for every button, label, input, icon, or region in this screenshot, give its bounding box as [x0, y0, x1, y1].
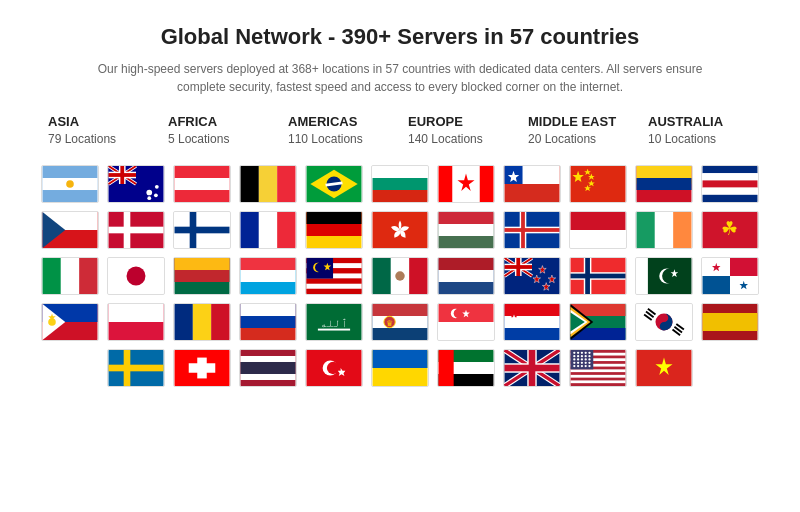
flag-brazil — [305, 165, 363, 203]
flag-turkey — [305, 349, 363, 387]
flag-singapore — [437, 303, 495, 341]
svg-point-252 — [581, 365, 583, 367]
svg-rect-228 — [571, 380, 626, 383]
svg-rect-212 — [439, 350, 454, 386]
region-americas: AMERICAS 110 Locations — [280, 114, 400, 147]
svg-rect-132 — [571, 274, 626, 279]
svg-rect-133 — [637, 258, 648, 294]
flag-norway — [569, 257, 627, 295]
svg-point-253 — [585, 365, 587, 367]
region-africa: AFRICA 5 Locations — [160, 114, 280, 147]
svg-point-241 — [577, 358, 579, 360]
svg-point-88 — [127, 267, 146, 286]
svg-rect-66 — [307, 212, 362, 224]
svg-rect-80 — [655, 212, 673, 248]
flag-italy — [41, 257, 99, 295]
svg-point-239 — [588, 355, 590, 357]
svg-rect-71 — [439, 212, 494, 224]
region-loc-americas: 110 Locations — [288, 132, 363, 146]
flag-serbia: ♛ — [371, 303, 429, 341]
flag-ukraine — [371, 349, 429, 387]
svg-rect-78 — [571, 212, 626, 230]
svg-point-236 — [577, 355, 579, 357]
flag-lithuania — [173, 257, 231, 295]
svg-point-251 — [577, 365, 579, 367]
flag-ireland — [635, 211, 693, 249]
region-loc-europe: 140 Locations — [408, 132, 483, 146]
svg-rect-113 — [439, 258, 494, 270]
svg-rect-141 — [730, 258, 757, 276]
region-name-africa: AFRICA — [168, 114, 272, 129]
svg-rect-226 — [571, 369, 626, 372]
svg-text:ٱلله: ٱلله — [320, 317, 348, 329]
flags-grid: ☘ — [30, 165, 770, 387]
svg-text:♛: ♛ — [386, 319, 393, 328]
flag-saudi: ٱلله — [305, 303, 363, 341]
region-loc-australia: 10 Locations — [648, 132, 716, 146]
region-name-middleeast: MIDDLE EAST — [528, 114, 632, 129]
flag-uae — [437, 349, 495, 387]
region-name-australia: AUSTRALIA — [648, 114, 752, 129]
svg-rect-198 — [189, 363, 216, 372]
flag-switzerland — [173, 349, 231, 387]
svg-rect-61 — [241, 212, 259, 248]
flag-czech — [41, 211, 99, 249]
svg-rect-20 — [259, 166, 277, 202]
region-loc-africa: 5 Locations — [168, 132, 229, 146]
svg-point-110 — [395, 271, 404, 280]
svg-point-14 — [155, 185, 159, 189]
flag-pakistan — [635, 257, 693, 295]
svg-rect-153 — [193, 304, 211, 340]
svg-rect-109 — [409, 258, 427, 294]
svg-point-249 — [588, 362, 590, 364]
svg-point-205 — [327, 362, 339, 374]
svg-rect-18 — [175, 178, 230, 190]
flag-austria — [173, 165, 231, 203]
flag-france — [239, 211, 297, 249]
svg-text:☘: ☘ — [722, 218, 739, 239]
svg-point-13 — [146, 190, 152, 196]
svg-point-237 — [581, 355, 583, 357]
flag-bulgaria — [371, 165, 429, 203]
regions-bar: ASIA 79 Locations AFRICA 5 Locations AME… — [30, 114, 770, 147]
flag-newzealand — [503, 257, 561, 295]
svg-point-254 — [588, 365, 590, 367]
flag-thailand — [239, 349, 297, 387]
svg-rect-227 — [571, 375, 626, 378]
svg-point-16 — [147, 196, 151, 200]
svg-point-247 — [581, 362, 583, 364]
svg-rect-50 — [703, 188, 758, 195]
svg-rect-19 — [241, 166, 259, 202]
svg-point-238 — [585, 355, 587, 357]
svg-rect-27 — [373, 178, 428, 190]
svg-point-2 — [66, 180, 74, 188]
svg-rect-60 — [175, 227, 230, 234]
region-europe: EUROPE 140 Locations — [400, 114, 520, 147]
svg-rect-76 — [505, 228, 560, 232]
svg-point-248 — [585, 362, 587, 364]
svg-point-232 — [581, 352, 583, 354]
svg-rect-154 — [211, 304, 229, 340]
svg-rect-100 — [307, 279, 362, 284]
flag-australia — [107, 165, 165, 203]
region-name-europe: EUROPE — [408, 114, 512, 129]
flag-germany — [305, 211, 363, 249]
flag-vietnam — [635, 349, 693, 387]
svg-rect-152 — [175, 304, 193, 340]
svg-rect-85 — [61, 258, 79, 294]
svg-rect-30 — [439, 166, 453, 202]
svg-rect-62 — [259, 212, 277, 248]
svg-rect-84 — [43, 258, 61, 294]
flag-russia — [239, 303, 297, 341]
svg-point-231 — [577, 352, 579, 354]
svg-rect-160 — [318, 329, 350, 331]
flag-sweden — [107, 349, 165, 387]
svg-rect-57 — [109, 227, 164, 234]
main-container: Global Network - 390+ Servers in 57 coun… — [0, 0, 800, 407]
svg-rect-51 — [703, 195, 758, 202]
svg-point-169 — [454, 309, 463, 318]
svg-rect-31 — [480, 166, 494, 202]
svg-rect-37 — [571, 166, 626, 202]
main-title: Global Network - 390+ Servers in 57 coun… — [30, 24, 770, 50]
svg-rect-142 — [703, 276, 730, 294]
